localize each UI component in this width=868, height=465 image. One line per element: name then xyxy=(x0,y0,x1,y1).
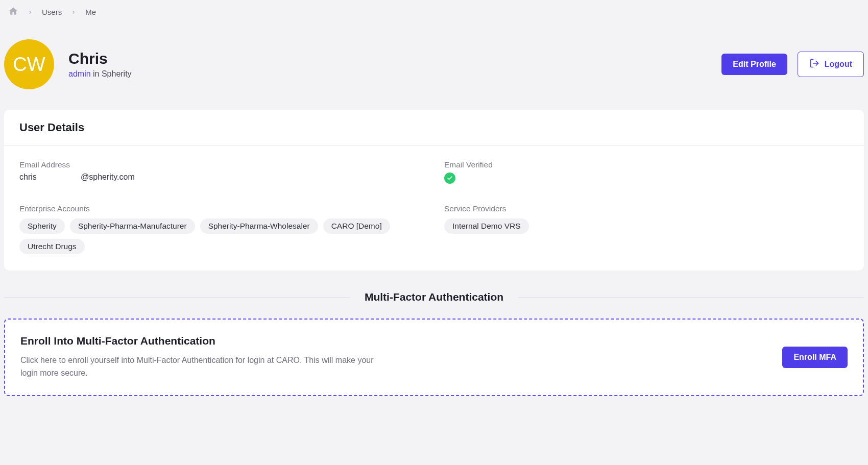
chevron-right-icon xyxy=(28,8,33,16)
enterprise-accounts-label: Enterprise Accounts xyxy=(19,204,424,213)
enterprise-accounts-field: Enterprise Accounts SpheritySpherity-Pha… xyxy=(19,204,424,254)
mfa-enroll-body: Click here to enroll yourself into Multi… xyxy=(20,354,388,380)
enterprise-account-pill: Spherity xyxy=(19,218,65,234)
breadcrumb-item-me[interactable]: Me xyxy=(85,8,96,16)
email-domain: @spherity.com xyxy=(81,173,135,182)
page-title: Chris xyxy=(68,50,132,67)
mfa-section-divider: Multi-Factor Authentication xyxy=(4,291,864,303)
logout-button[interactable]: Logout xyxy=(798,52,864,77)
mfa-enroll-heading: Enroll Into Multi-Factor Authentication xyxy=(20,335,388,347)
enroll-mfa-button[interactable]: Enroll MFA xyxy=(782,347,848,368)
profile-role: admin xyxy=(68,69,91,78)
enterprise-account-pill: CARO [Demo] xyxy=(323,218,390,234)
email-local: chris xyxy=(19,173,81,182)
logout-icon xyxy=(809,58,819,70)
logout-label: Logout xyxy=(825,60,852,69)
mfa-enroll-box: Enroll Into Multi-Factor Authentication … xyxy=(4,319,864,396)
edit-profile-button[interactable]: Edit Profile xyxy=(721,54,787,75)
user-details-heading: User Details xyxy=(19,121,849,134)
profile-org: Spherity xyxy=(102,69,132,78)
service-providers-field: Service Providers Internal Demo VRS xyxy=(444,204,849,254)
breadcrumb-item-users[interactable]: Users xyxy=(42,8,62,16)
user-details-card: User Details Email Address chris@spherit… xyxy=(4,110,864,271)
breadcrumb: Users Me xyxy=(4,0,864,24)
enterprise-account-pill: Spherity-Pharma-Wholesaler xyxy=(200,218,318,234)
profile-org-prefix: in xyxy=(91,69,102,78)
chevron-right-icon xyxy=(71,8,76,16)
checkmark-icon xyxy=(444,173,455,184)
enterprise-account-pill: Utrecht Drugs xyxy=(19,239,85,254)
mfa-divider-title: Multi-Factor Authentication xyxy=(350,291,518,303)
email-verified-label: Email Verified xyxy=(444,160,849,169)
service-providers-label: Service Providers xyxy=(444,204,849,213)
email-verified-field: Email Verified xyxy=(444,160,849,184)
email-field: Email Address chris@spherity.com xyxy=(19,160,424,184)
profile-subtitle: admin in Spherity xyxy=(68,69,132,79)
email-label: Email Address xyxy=(19,160,424,169)
avatar: CW xyxy=(4,39,54,89)
service-provider-pill: Internal Demo VRS xyxy=(444,218,529,234)
enterprise-account-pill: Spherity-Pharma-Manufacturer xyxy=(70,218,195,234)
email-value: chris@spherity.com xyxy=(19,173,424,182)
profile-header: CW Chris admin in Spherity Edit Profile … xyxy=(4,24,864,110)
home-icon[interactable] xyxy=(8,6,18,18)
